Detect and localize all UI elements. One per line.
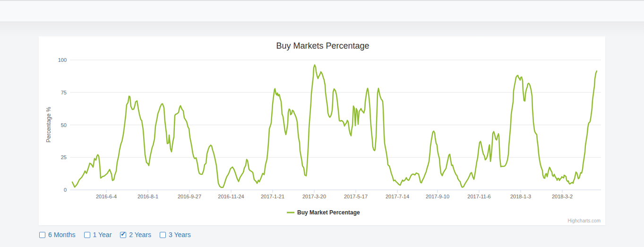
x-axis-tick-label: 2017-9-10 [426, 194, 449, 199]
range-checkbox-3-years[interactable]: 3 Years [160, 231, 191, 238]
x-axis-tick-label: 2018-1-3 [510, 194, 531, 199]
x-axis-tick-label: 2016-11-24 [218, 194, 244, 199]
x-axis-tick-label: 2017-7-14 [386, 194, 409, 199]
checkbox-icon[interactable] [84, 232, 90, 238]
x-axis-tick-label: 2017-11-6 [467, 194, 490, 199]
range-controls: 6 Months1 Year2 Years3 Years [39, 231, 191, 238]
chart-svg: 0255075100 2016-6-42016-8-12016-9-272016… [39, 36, 605, 225]
x-axis-ticks [106, 190, 562, 193]
y-axis-tick-label: 25 [61, 154, 67, 160]
range-checkbox-6-months[interactable]: 6 Months [39, 231, 76, 238]
checkbox-icon[interactable] [160, 232, 166, 238]
x-axis-tick-label: 2016-9-27 [178, 194, 201, 199]
x-axis-tick-label: 2018-3-2 [552, 194, 573, 199]
checkbox-checked-icon[interactable] [120, 232, 126, 238]
range-checkbox-1-year[interactable]: 1 Year [84, 231, 112, 238]
y-axis-labels: 0255075100 [58, 57, 67, 193]
range-checkbox-label: 3 Years [169, 231, 191, 238]
legend-label: Buy Market Percentage [297, 209, 360, 216]
x-axis-tick-label: 2017-5-17 [344, 194, 368, 199]
x-axis-tick-label: 2017-3-20 [302, 194, 326, 199]
x-axis-labels: 2016-6-42016-8-12016-9-272016-11-242017-… [96, 194, 573, 199]
range-checkbox-2-years[interactable]: 2 Years [120, 231, 151, 238]
legend-item[interactable]: Buy Market Percentage [287, 209, 360, 216]
top-bar-shadow [0, 23, 644, 36]
range-checkbox-label: 1 Year [93, 231, 112, 238]
chart-card: 0255075100 2016-6-42016-8-12016-9-272016… [39, 36, 605, 225]
y-axis-title: Percentage % [45, 107, 52, 143]
x-axis-tick-label: 2017-1-21 [261, 194, 284, 199]
x-axis-tick-label: 2016-8-1 [137, 194, 158, 199]
x-axis-tick-label: 2016-6-4 [96, 194, 117, 199]
range-checkbox-label: 2 Years [129, 231, 151, 238]
chart-title: Buy Markets Percentage [276, 41, 369, 51]
y-axis-tick-label: 50 [61, 122, 67, 128]
y-axis-tick-label: 0 [64, 187, 67, 193]
highcharts-credit: Highcharts.com [568, 218, 601, 223]
top-bar [0, 0, 644, 22]
y-axis-tick-label: 100 [58, 57, 67, 63]
series-line[interactable] [72, 65, 597, 187]
gridlines [70, 60, 601, 157]
y-axis-tick-label: 75 [61, 90, 67, 95]
range-checkbox-label: 6 Months [48, 231, 76, 238]
checkbox-icon[interactable] [39, 232, 45, 238]
